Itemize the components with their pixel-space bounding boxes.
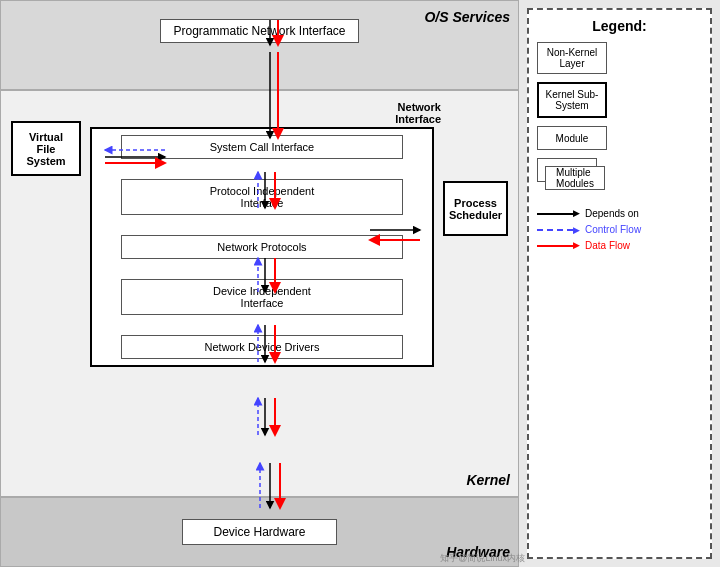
programmatic-network-interface-box: Programmatic Network Interface [160, 19, 358, 43]
legend-arrow-section: ▶ Depends on ▶ Control Flow ▶ [537, 208, 702, 256]
legend-nonkernel-box: Non-KernelLayer [537, 42, 607, 74]
kernel-center: NetworkInterface System Call Interface P… [81, 101, 443, 486]
control-flow-label: Control Flow [585, 224, 641, 235]
legend-multiple-box: MultipleModules [537, 158, 607, 196]
vfs-label: Virtual FileSystem [21, 131, 71, 167]
legend-kernel-label: Kernel Sub-System [546, 89, 599, 111]
system-call-interface-box: System Call Interface [121, 135, 403, 159]
device-independent-label: Device IndependentInterface [213, 285, 311, 309]
network-device-drivers-label: Network Device Drivers [205, 341, 320, 353]
process-scheduler-label: ProcessScheduler [449, 197, 502, 221]
system-call-label: System Call Interface [210, 141, 315, 153]
legend-kernel-box: Kernel Sub-System [537, 82, 607, 118]
network-interface-label: NetworkInterface [395, 101, 441, 125]
device-independent-box: Device IndependentInterface [121, 279, 403, 315]
data-flow-label: Data Flow [585, 240, 630, 251]
depends-on-label: Depends on [585, 208, 639, 219]
legend-title: Legend: [537, 18, 702, 34]
vfs-box: Virtual FileSystem [11, 121, 81, 176]
os-services-label: O/S Services [424, 9, 510, 25]
legend-item-nonkernel: Non-KernelLayer [537, 42, 702, 74]
left-section: Programmatic Network Interface O/S Servi… [0, 0, 519, 567]
main-container: Programmatic Network Interface O/S Servi… [0, 0, 720, 567]
os-services-layer: Programmatic Network Interface O/S Servi… [0, 0, 519, 90]
process-scheduler-box: ProcessScheduler [443, 181, 508, 236]
multiple-label: MultipleModules [556, 167, 594, 189]
watermark: 知乎@简说Linux内核 [440, 552, 525, 565]
network-device-drivers-box: Network Device Drivers [121, 335, 403, 359]
kernel-layer: Virtual FileSystem NetworkInterface Syst… [0, 90, 519, 497]
legend-module-label: Module [556, 133, 589, 144]
legend-item-multiple: MultipleModules [537, 158, 702, 196]
protocol-independent-box: Protocol IndependentInterface [121, 179, 403, 215]
device-hardware-box: Device Hardware [182, 519, 336, 545]
network-protocols-label: Network Protocols [217, 241, 306, 253]
kernel-label: Kernel [466, 472, 510, 488]
legend-nonkernel-label: Non-KernelLayer [547, 47, 598, 69]
kernel-subsystem: System Call Interface Protocol Independe… [90, 127, 434, 367]
legend-section: Legend: Non-KernelLayer Kernel Sub-Syste… [527, 8, 712, 559]
protocol-independent-label: Protocol IndependentInterface [210, 185, 315, 209]
legend-depends-row: ▶ Depends on [537, 208, 702, 219]
legend-item-kernel: Kernel Sub-System [537, 82, 702, 118]
network-protocols-box: Network Protocols [121, 235, 403, 259]
legend-control-row: ▶ Control Flow [537, 224, 702, 235]
programmatic-label: Programmatic Network Interface [173, 24, 345, 38]
legend-data-row: ▶ Data Flow [537, 240, 702, 251]
device-hardware-label: Device Hardware [213, 525, 305, 539]
legend-module-box: Module [537, 126, 607, 150]
legend-item-module: Module [537, 126, 702, 150]
multiple-box-front: MultipleModules [545, 166, 605, 190]
